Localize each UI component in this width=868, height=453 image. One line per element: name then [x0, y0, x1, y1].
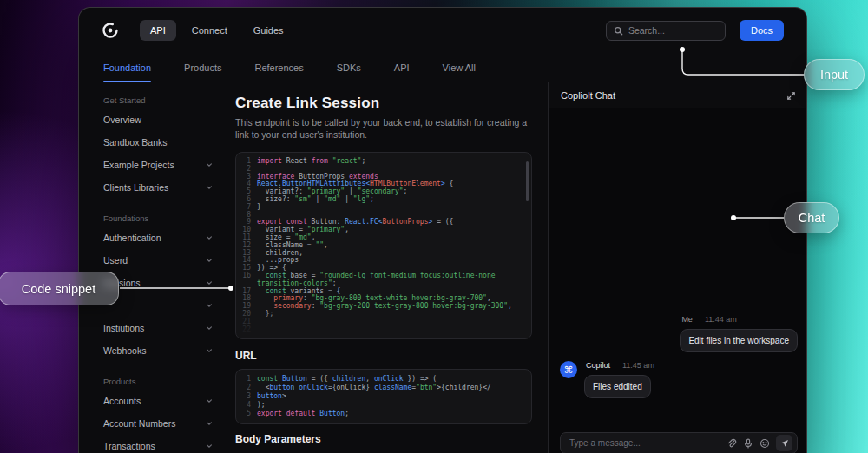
- code-text: }: [257, 204, 526, 212]
- callout-chat: Chat: [784, 202, 839, 233]
- sidebar-item-account-numbers[interactable]: Account Numbers: [103, 412, 213, 435]
- copilot-message-column: Copilot 11:45 am Files eddited: [584, 361, 654, 398]
- search-box[interactable]: [606, 21, 726, 41]
- sidebar-item-authentication[interactable]: Authentication: [103, 226, 213, 249]
- subnav-item-references[interactable]: References: [254, 53, 303, 82]
- page-description: This endpoint is to be called by your ba…: [235, 116, 535, 141]
- chevron-down-icon: [206, 279, 213, 286]
- sidebar-item-label: Authentication: [103, 233, 161, 243]
- code-line: 6 size?: "sm" | "md" | "lg";: [241, 196, 526, 204]
- chevron-down-icon: [206, 397, 213, 404]
- code-line: 1const Button = ({ children, onClick }) …: [241, 375, 526, 384]
- callout-code-snippet: Code snippet: [0, 272, 119, 305]
- code-text: [257, 326, 526, 334]
- screenshot-stage: APIConnectGuides Docs FoundationProducts…: [0, 0, 868, 453]
- code-text: import React from "react";: [257, 158, 526, 166]
- expand-icon[interactable]: [786, 91, 796, 101]
- topbar-nav: APIConnectGuides: [140, 20, 294, 41]
- copilot-chat-panel: Copliolt Chat Me 11:44 am Edit files in …: [548, 82, 807, 453]
- chat-header: Copliolt Chat: [549, 82, 807, 108]
- chevron-down-icon: [206, 347, 213, 354]
- code-line: 22: [241, 326, 526, 334]
- microphone-icon[interactable]: [743, 438, 753, 449]
- sidebar-item-obscured[interactable]: [103, 294, 213, 317]
- sidebar-item-transactions[interactable]: Transactions: [103, 435, 213, 453]
- sidebar-item-label: Webhooks: [103, 345, 146, 356]
- callout-input: Input: [804, 59, 865, 90]
- chevron-down-icon: [206, 325, 213, 332]
- sidebar-item-overview[interactable]: Overview: [103, 108, 213, 131]
- subnav-item-api[interactable]: API: [394, 53, 410, 82]
- topbar: APIConnectGuides Docs: [79, 8, 806, 53]
- message-meta: Me 11:44 am: [681, 315, 736, 324]
- code-line: 19 secondary: "bg-gray-200 text-gray-800…: [241, 303, 526, 311]
- send-icon: [780, 439, 789, 448]
- code-text: <button onClick={onClick} className="btn…: [257, 384, 526, 392]
- message-time: 11:45 am: [622, 361, 654, 370]
- subnav-item-foundation[interactable]: Foundation: [103, 53, 151, 82]
- code-line: 2 <button onClick={onClick} className="b…: [241, 384, 526, 392]
- message-bubble: Edit files in the workspace: [680, 329, 798, 352]
- line-number: 16: [241, 272, 257, 288]
- code-text: export default Button;: [257, 410, 526, 418]
- chat-title: Copliolt Chat: [561, 90, 615, 101]
- chevron-down-icon: [206, 184, 213, 191]
- topnav-item-guides[interactable]: Guides: [243, 20, 294, 41]
- sidebar-item-label: Sandbox Banks: [103, 137, 168, 148]
- docs-button[interactable]: Docs: [740, 20, 784, 41]
- sidebar-item-label: Userd: [103, 255, 128, 266]
- sidebar-item-label: Transactions: [103, 441, 155, 451]
- code-line: 16 const base = "rounded-lg font-medium …: [241, 272, 526, 288]
- sidebar-item-label: Example Projects: [103, 160, 174, 170]
- sidebar-item-example-projects[interactable]: Example Projects: [103, 154, 213, 176]
- copilot-avatar-glyph: ⌘: [564, 364, 574, 376]
- message-time: 11:44 am: [705, 315, 737, 324]
- code-text: };: [257, 311, 526, 318]
- code-scrollbar[interactable]: [526, 161, 529, 201]
- line-number: 5: [241, 410, 257, 418]
- url-heading: URL: [235, 350, 535, 362]
- line-number: 3: [241, 392, 257, 401]
- chevron-down-icon: [206, 161, 213, 168]
- code-block-2: 1const Button = ({ children, onClick }) …: [235, 369, 532, 424]
- sidebar-item-label: Instiutions: [103, 323, 144, 333]
- sidebar: Get StartedOverviewSandbox BanksExample …: [79, 82, 222, 453]
- sidebar-item-accounts[interactable]: Accounts: [103, 390, 213, 412]
- message-bubble: Files eddited: [584, 375, 651, 398]
- callout-code-snippet-label: Code snippet: [22, 282, 95, 296]
- sidebar-item-label: Clients Libraries: [103, 182, 168, 193]
- message-input[interactable]: [569, 438, 720, 448]
- sidebar-item-sandbox-banks[interactable]: Sandbox Banks: [103, 131, 213, 154]
- emoji-icon[interactable]: [760, 438, 770, 449]
- page-title: Create Link Session: [235, 95, 535, 112]
- message-sender: Copilot: [586, 361, 610, 370]
- sidebar-item-userd[interactable]: Userd: [103, 249, 213, 272]
- sidebar-item-webhooks[interactable]: Webhooks: [103, 339, 213, 362]
- code-text: [257, 318, 526, 326]
- code-line: 4);: [241, 401, 526, 410]
- chevron-down-icon: [206, 302, 213, 309]
- search-icon: [614, 26, 623, 36]
- code-text: button>: [257, 392, 526, 401]
- line-number: 2: [241, 384, 257, 392]
- chevron-down-icon: [206, 234, 213, 241]
- topnav-item-connect[interactable]: Connect: [181, 20, 238, 41]
- chat-input-bar: [560, 432, 798, 453]
- sidebar-item-sessions[interactable]: Sessions: [103, 272, 213, 294]
- attachment-icon[interactable]: [727, 438, 737, 449]
- subnav-item-products[interactable]: Products: [184, 53, 221, 82]
- subnav-item-view-all[interactable]: View All: [443, 53, 476, 82]
- topnav-item-api[interactable]: API: [140, 20, 176, 41]
- search-input[interactable]: [628, 25, 718, 36]
- sidebar-item-label: Account Numbers: [103, 418, 175, 429]
- send-button[interactable]: [776, 435, 792, 451]
- sidebar-item-clients-libraries[interactable]: Clients Libraries: [103, 176, 213, 199]
- subnav: FoundationProductsReferencesSDKsAPIView …: [79, 53, 806, 82]
- line-number: 4: [241, 401, 257, 410]
- message-sender: Me: [681, 315, 693, 324]
- callout-chat-label: Chat: [799, 211, 825, 225]
- code-line: 20 };: [241, 311, 526, 318]
- sidebar-item-instiutions[interactable]: Instiutions: [103, 317, 213, 339]
- subnav-item-sdks[interactable]: SDKs: [337, 53, 361, 82]
- sidebar-item-label: Overview: [103, 115, 141, 125]
